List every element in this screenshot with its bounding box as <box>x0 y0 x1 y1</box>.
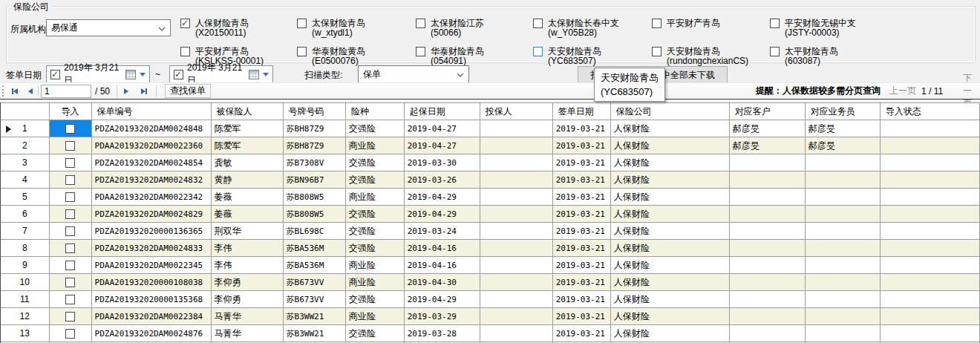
cell-insurance-type[interactable]: 交强险 <box>345 172 404 189</box>
cell-insured[interactable]: 陈爱军 <box>211 120 283 137</box>
cell-import-status[interactable] <box>880 257 979 274</box>
cell-policy-no[interactable]: PDZA20193202DAM0024854 <box>91 154 211 172</box>
cell-insurance-type[interactable]: 商业险 <box>345 137 404 154</box>
company-checkbox[interactable] <box>416 47 425 56</box>
cell-plate-no[interactable]: 苏BA536M <box>283 240 345 257</box>
cell-plate-no[interactable]: 苏BA536M <box>283 257 345 274</box>
col-header-insured[interactable]: 被保险人 <box>211 103 283 120</box>
cell-policy-no[interactable]: PDZA201932020000135368 <box>91 291 211 308</box>
cell-sign-date[interactable]: 2019-03-21 <box>552 154 610 172</box>
import-checkbox[interactable] <box>65 261 75 270</box>
cell-insured[interactable]: 李仰勇 <box>211 274 283 291</box>
cell-company[interactable]: 人保财险 <box>610 137 729 154</box>
cell-applicant[interactable] <box>480 223 552 240</box>
cell-policy-no[interactable]: PDAA20193202DAM0022342 <box>91 189 211 206</box>
cell-customer[interactable] <box>729 291 805 308</box>
cell-company[interactable]: 人保财险 <box>610 308 729 325</box>
cell-policy-no[interactable]: PDAA201932020000108038 <box>91 274 211 291</box>
cell-insured[interactable]: 荆双华 <box>211 223 283 240</box>
import-checkbox[interactable] <box>65 124 75 134</box>
cell-agent[interactable] <box>805 240 880 257</box>
cell-import-status[interactable] <box>880 291 979 308</box>
cell-insurance-type[interactable]: 交强险 <box>345 291 404 308</box>
prev-page-link[interactable]: 上一页 <box>889 83 916 99</box>
company-checkbox[interactable] <box>297 47 307 56</box>
import-checkbox[interactable] <box>65 329 75 339</box>
import-cell[interactable] <box>49 325 91 342</box>
cell-company[interactable]: 人保财险 <box>610 240 729 257</box>
cell-plate-no[interactable]: 苏BL698C <box>283 223 345 240</box>
cell-customer[interactable]: 郝彦旻 <box>729 120 805 137</box>
cell-company[interactable]: 人保财险 <box>610 274 729 291</box>
cell-policy-no[interactable]: PDZA20193202DAM0024829 <box>91 206 211 223</box>
col-header-import-status[interactable]: 导入状态 <box>880 103 979 120</box>
cell-insurance-type[interactable]: 交强险 <box>345 120 404 137</box>
company-checkbox[interactable] <box>416 19 425 28</box>
table-row[interactable]: 9 PDAA20193202DAM0022345 李伟 苏BA536M 商业险 … <box>1 257 980 274</box>
cell-plate-no[interactable]: 苏B673VV <box>283 291 345 308</box>
cell-start-date[interactable]: 2019-04-29 <box>404 291 480 308</box>
cell-customer[interactable] <box>729 154 805 172</box>
import-checkbox[interactable] <box>65 278 75 287</box>
cell-company[interactable]: 人保财险 <box>610 223 729 240</box>
cell-agent[interactable] <box>805 325 880 342</box>
cell-agent[interactable] <box>805 154 880 172</box>
company-checkbox[interactable] <box>770 19 780 28</box>
import-checkbox[interactable] <box>65 226 75 236</box>
import-cell[interactable] <box>49 240 91 257</box>
cell-applicant[interactable] <box>480 189 552 206</box>
import-checkbox[interactable] <box>65 312 75 321</box>
import-checkbox[interactable] <box>65 295 75 304</box>
company-checkbox[interactable] <box>770 47 780 56</box>
cell-applicant[interactable] <box>480 325 552 342</box>
dropdown-arrow-icon[interactable] <box>263 73 269 76</box>
cell-applicant[interactable] <box>480 172 552 189</box>
table-row[interactable]: 1 PDZA20193202DAM0024848 陈爱军 苏BH87Z9 交强险… <box>1 120 980 137</box>
col-header-sign-date[interactable]: 签单日期 <box>552 103 610 120</box>
table-row[interactable]: 7 PDZA201932020000136365 荆双华 苏BL698C 交强险… <box>1 223 980 240</box>
cell-plate-no[interactable]: 苏B3WW21 <box>283 308 345 325</box>
date-from-picker[interactable]: 2019年 3月21日 <box>46 65 150 83</box>
cell-company[interactable]: 人保财险 <box>610 206 729 223</box>
cell-sign-date[interactable]: 2019-03-21 <box>552 223 610 240</box>
cell-sign-date[interactable]: 2019-03-21 <box>552 274 610 291</box>
import-cell[interactable] <box>49 257 91 274</box>
col-header-import[interactable]: 导入 <box>49 103 91 120</box>
cell-import-status[interactable] <box>880 189 979 206</box>
cell-start-date[interactable]: 2019-04-29 <box>404 189 480 206</box>
cell-insurance-type[interactable]: 商业险 <box>345 189 404 206</box>
import-checkbox[interactable] <box>65 192 75 202</box>
cell-company[interactable]: 人保财险 <box>610 257 729 274</box>
cell-insured[interactable]: 龚敏 <box>211 154 283 172</box>
cell-applicant[interactable] <box>480 206 552 223</box>
cell-sign-date[interactable]: 2019-03-21 <box>552 240 610 257</box>
cell-agent[interactable] <box>805 291 880 308</box>
company-checkbox-item[interactable]: 太平财险青岛 (603087) <box>770 45 970 73</box>
import-checkbox[interactable] <box>65 141 75 151</box>
cell-applicant[interactable] <box>480 308 552 325</box>
import-cell[interactable] <box>49 120 91 137</box>
cell-agent[interactable] <box>805 308 880 325</box>
cell-start-date[interactable]: 2019-03-30 <box>404 154 480 172</box>
cell-company[interactable]: 人保财险 <box>610 154 729 172</box>
import-cell[interactable] <box>49 172 91 189</box>
cell-insured[interactable]: 陈爱军 <box>211 137 283 154</box>
cell-sign-date[interactable]: 2019-03-21 <box>552 291 610 308</box>
import-checkbox[interactable] <box>65 158 75 168</box>
cell-policy-no[interactable]: PDZA20193202DAM0024876 <box>91 325 211 342</box>
import-cell[interactable] <box>49 308 91 325</box>
company-checkbox[interactable] <box>180 19 190 28</box>
date-to-checkbox[interactable] <box>174 70 183 79</box>
cell-start-date[interactable]: 2019-04-30 <box>404 274 480 291</box>
table-row[interactable]: 5 PDAA20193202DAM0022342 姜薇 苏B808W5 商业险 … <box>1 189 980 206</box>
cell-start-date[interactable]: 2019-03-28 <box>404 325 480 342</box>
cell-policy-no[interactable]: PDZA20193202DAM0024833 <box>91 240 211 257</box>
cell-import-status[interactable] <box>880 325 979 342</box>
company-checkbox[interactable] <box>297 19 307 28</box>
cell-policy-no[interactable]: PDZA201932020000136365 <box>91 223 211 240</box>
cell-insurance-type[interactable]: 商业险 <box>345 308 404 325</box>
cell-agent[interactable]: 郝彦旻 <box>805 120 880 137</box>
cell-customer[interactable] <box>729 172 805 189</box>
cell-insured[interactable]: 马菁华 <box>211 308 283 325</box>
cell-start-date[interactable]: 2019-04-27 <box>404 137 480 154</box>
